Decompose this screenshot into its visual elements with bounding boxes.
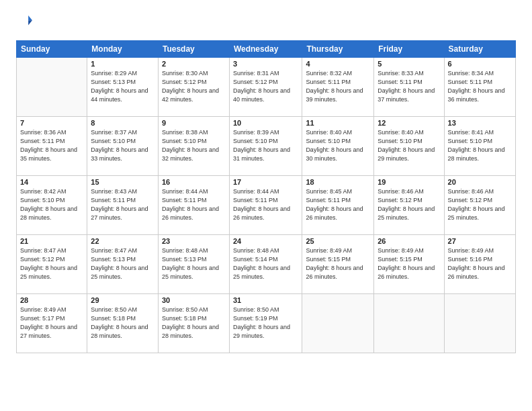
day-number: 2 [162,60,226,68]
day-cell: 7Sunrise: 8:36 AMSunset: 5:11 PMDaylight… [17,117,87,176]
day-number: 22 [91,237,154,245]
day-cell: 18Sunrise: 8:45 AMSunset: 5:11 PMDayligh… [302,176,374,235]
week-row-1: 7Sunrise: 8:36 AMSunset: 5:11 PMDaylight… [17,117,516,176]
day-number: 7 [20,119,83,127]
day-number: 4 [306,60,370,68]
day-number: 1 [91,60,154,68]
day-number: 16 [162,178,226,186]
day-number: 27 [448,237,512,245]
day-info: Sunrise: 8:30 AMSunset: 5:12 PMDaylight:… [162,69,226,104]
day-cell: 22Sunrise: 8:47 AMSunset: 5:13 PMDayligh… [87,235,159,294]
day-cell: 27Sunrise: 8:49 AMSunset: 5:16 PMDayligh… [444,235,515,294]
weekday-header-tuesday: Tuesday [158,41,229,58]
weekday-header-saturday: Saturday [444,41,515,58]
weekday-header-thursday: Thursday [302,41,374,58]
day-cell: 14Sunrise: 8:42 AMSunset: 5:10 PMDayligh… [17,176,87,235]
day-number: 15 [91,178,154,186]
day-number: 20 [448,178,512,186]
week-row-2: 14Sunrise: 8:42 AMSunset: 5:10 PMDayligh… [17,176,516,235]
weekday-header-wednesday: Wednesday [229,41,302,58]
day-number: 12 [378,119,440,127]
day-number: 21 [20,237,83,245]
day-info: Sunrise: 8:49 AMSunset: 5:16 PMDaylight:… [448,246,512,281]
week-row-3: 21Sunrise: 8:47 AMSunset: 5:12 PMDayligh… [17,235,516,294]
day-info: Sunrise: 8:40 AMSunset: 5:10 PMDaylight:… [378,128,440,163]
day-number: 11 [306,119,370,127]
day-number: 18 [306,178,370,186]
day-info: Sunrise: 8:31 AMSunset: 5:12 PMDaylight:… [233,69,298,104]
day-cell: 19Sunrise: 8:46 AMSunset: 5:12 PMDayligh… [374,176,444,235]
calendar-page: SundayMondayTuesdayWednesdayThursdayFrid… [0,0,532,411]
week-row-4: 28Sunrise: 8:49 AMSunset: 5:17 PMDayligh… [17,294,516,353]
day-number: 31 [233,296,298,304]
day-cell: 3Sunrise: 8:31 AMSunset: 5:12 PMDaylight… [229,58,302,117]
day-cell: 9Sunrise: 8:38 AMSunset: 5:10 PMDaylight… [158,117,229,176]
day-number: 13 [448,119,512,127]
weekday-header-row: SundayMondayTuesdayWednesdayThursdayFrid… [17,41,516,58]
day-cell: 31Sunrise: 8:50 AMSunset: 5:19 PMDayligh… [229,294,302,353]
day-info: Sunrise: 8:37 AMSunset: 5:10 PMDaylight:… [91,128,154,163]
day-cell: 26Sunrise: 8:49 AMSunset: 5:15 PMDayligh… [374,235,444,294]
day-number: 30 [162,296,226,304]
day-info: Sunrise: 8:42 AMSunset: 5:10 PMDaylight:… [20,187,83,222]
day-number: 5 [378,60,440,68]
day-number: 3 [233,60,298,68]
day-number: 10 [233,119,298,127]
day-info: Sunrise: 8:43 AMSunset: 5:11 PMDaylight:… [91,187,154,222]
week-row-0: 1Sunrise: 8:29 AMSunset: 5:13 PMDaylight… [17,58,516,117]
day-info: Sunrise: 8:49 AMSunset: 5:17 PMDaylight:… [20,306,83,340]
day-info: Sunrise: 8:44 AMSunset: 5:11 PMDaylight:… [162,187,226,222]
logo [16,13,32,31]
day-number: 9 [162,119,226,127]
day-info: Sunrise: 8:46 AMSunset: 5:12 PMDaylight:… [448,187,512,222]
day-info: Sunrise: 8:34 AMSunset: 5:11 PMDaylight:… [448,69,512,104]
day-cell [444,294,515,353]
header [16,13,516,31]
weekday-header-friday: Friday [374,41,444,58]
day-info: Sunrise: 8:39 AMSunset: 5:10 PMDaylight:… [233,128,298,163]
day-cell: 21Sunrise: 8:47 AMSunset: 5:12 PMDayligh… [17,235,87,294]
day-cell: 16Sunrise: 8:44 AMSunset: 5:11 PMDayligh… [158,176,229,235]
day-info: Sunrise: 8:50 AMSunset: 5:18 PMDaylight:… [91,306,154,340]
day-cell: 6Sunrise: 8:34 AMSunset: 5:11 PMDaylight… [444,58,515,117]
day-cell: 23Sunrise: 8:48 AMSunset: 5:13 PMDayligh… [158,235,229,294]
day-info: Sunrise: 8:40 AMSunset: 5:10 PMDaylight:… [306,128,370,163]
day-cell: 30Sunrise: 8:50 AMSunset: 5:18 PMDayligh… [158,294,229,353]
svg-marker-0 [28,15,32,20]
day-number: 28 [20,296,83,304]
day-cell: 1Sunrise: 8:29 AMSunset: 5:13 PMDaylight… [87,58,159,117]
day-info: Sunrise: 8:38 AMSunset: 5:10 PMDaylight:… [162,128,226,163]
day-number: 6 [448,60,512,68]
day-cell: 25Sunrise: 8:49 AMSunset: 5:15 PMDayligh… [302,235,374,294]
calendar-table: SundayMondayTuesdayWednesdayThursdayFrid… [16,40,516,353]
day-number: 29 [91,296,154,304]
day-cell [374,294,444,353]
day-number: 26 [378,237,440,245]
day-number: 23 [162,237,226,245]
day-info: Sunrise: 8:32 AMSunset: 5:11 PMDaylight:… [306,69,370,104]
day-info: Sunrise: 8:36 AMSunset: 5:11 PMDaylight:… [20,128,83,163]
day-cell: 4Sunrise: 8:32 AMSunset: 5:11 PMDaylight… [302,58,374,117]
day-info: Sunrise: 8:50 AMSunset: 5:18 PMDaylight:… [162,306,226,340]
svg-marker-1 [28,20,32,25]
day-number: 14 [20,178,83,186]
day-cell [17,58,87,117]
day-info: Sunrise: 8:50 AMSunset: 5:19 PMDaylight:… [233,306,298,340]
day-info: Sunrise: 8:41 AMSunset: 5:10 PMDaylight:… [448,128,512,163]
day-number: 17 [233,178,298,186]
day-info: Sunrise: 8:45 AMSunset: 5:11 PMDaylight:… [306,187,370,222]
day-number: 24 [233,237,298,245]
day-cell: 2Sunrise: 8:30 AMSunset: 5:12 PMDaylight… [158,58,229,117]
day-number: 8 [91,119,154,127]
day-cell: 28Sunrise: 8:49 AMSunset: 5:17 PMDayligh… [17,294,87,353]
day-cell: 17Sunrise: 8:44 AMSunset: 5:11 PMDayligh… [229,176,302,235]
logo-icon [17,13,32,28]
day-cell: 5Sunrise: 8:33 AMSunset: 5:11 PMDaylight… [374,58,444,117]
day-cell: 20Sunrise: 8:46 AMSunset: 5:12 PMDayligh… [444,176,515,235]
weekday-header-sunday: Sunday [17,41,87,58]
day-cell: 13Sunrise: 8:41 AMSunset: 5:10 PMDayligh… [444,117,515,176]
day-info: Sunrise: 8:44 AMSunset: 5:11 PMDaylight:… [233,187,298,222]
day-cell: 29Sunrise: 8:50 AMSunset: 5:18 PMDayligh… [87,294,159,353]
day-info: Sunrise: 8:48 AMSunset: 5:13 PMDaylight:… [162,246,226,281]
day-info: Sunrise: 8:33 AMSunset: 5:11 PMDaylight:… [378,69,440,104]
